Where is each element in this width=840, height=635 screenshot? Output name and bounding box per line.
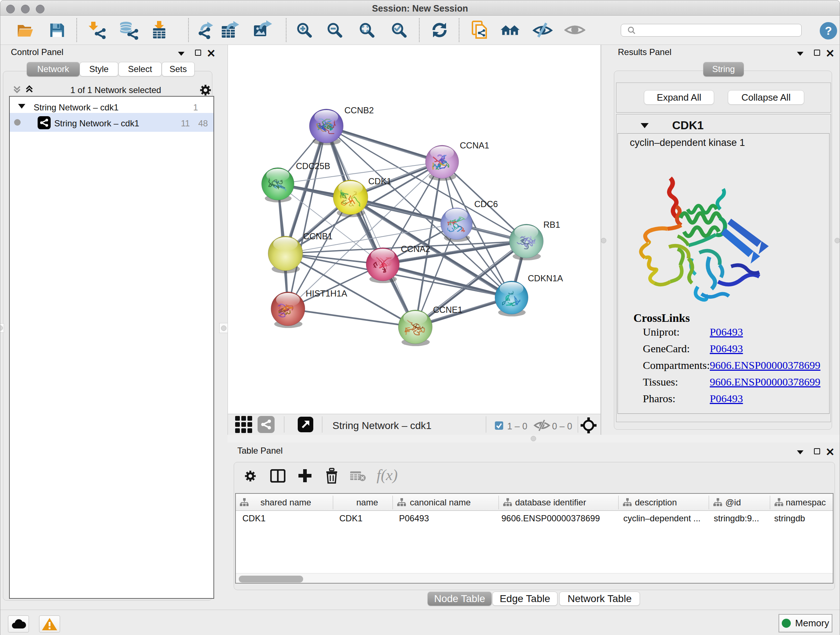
svg-text:CDC6: CDC6 xyxy=(474,199,498,209)
svg-text:CDK1: CDK1 xyxy=(368,176,392,186)
svg-text:CCNA2: CCNA2 xyxy=(401,244,430,254)
svg-text:CDC25B: CDC25B xyxy=(296,161,330,171)
svg-text:CCNA1: CCNA1 xyxy=(460,141,489,150)
svg-text:CCNE1: CCNE1 xyxy=(433,305,462,315)
svg-text:RB1: RB1 xyxy=(543,220,561,230)
svg-text:HIST1H1A: HIST1H1A xyxy=(306,288,347,298)
svg-text:CCNB1: CCNB1 xyxy=(303,231,332,241)
svg-text:CCNB2: CCNB2 xyxy=(344,105,374,115)
svg-text:CDKN1A: CDKN1A xyxy=(528,273,563,283)
